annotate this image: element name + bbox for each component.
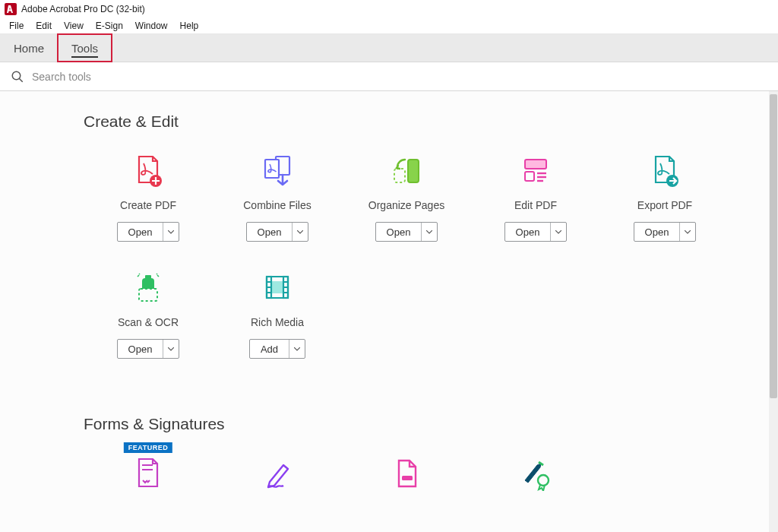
vertical-scrollbar[interactable] <box>769 91 778 532</box>
scan-ocr-icon <box>130 269 166 306</box>
tool-certificates[interactable] <box>471 454 600 502</box>
tool-export-pdf-label: Export PDF <box>637 199 692 211</box>
svg-line-1 <box>19 78 23 82</box>
request-signatures-icon <box>130 454 166 491</box>
create-pdf-icon <box>130 152 166 188</box>
window-title: Adobe Acrobat Pro DC (32-bit) <box>21 4 145 14</box>
svg-rect-21 <box>402 476 413 480</box>
rich-media-icon <box>259 269 296 306</box>
svg-rect-14 <box>145 275 151 280</box>
tool-organize-pages-button[interactable]: Open <box>375 222 438 242</box>
tool-prepare-form[interactable] <box>342 454 471 502</box>
menu-edit[interactable]: Edit <box>30 18 58 33</box>
svg-rect-6 <box>394 169 405 182</box>
menubar: File Edit View E-Sign Window Help <box>0 18 778 34</box>
tool-export-pdf-caret[interactable] <box>680 223 695 241</box>
featured-badge: FEATURED <box>124 442 172 453</box>
svg-rect-4 <box>265 160 279 178</box>
export-pdf-icon <box>647 152 683 188</box>
tool-rich-media-label: Rich Media <box>251 316 304 328</box>
tool-edit-pdf-button[interactable]: Open <box>504 222 568 242</box>
tool-rich-media-button[interactable]: Add <box>249 339 305 359</box>
tool-combine-files-button[interactable]: Open <box>246 222 309 242</box>
titlebar: Adobe Acrobat Pro DC (32-bit) <box>0 0 778 18</box>
tool-organize-pages-caret[interactable] <box>422 223 437 241</box>
tool-rich-media-action[interactable]: Add <box>250 340 289 358</box>
menu-file[interactable]: File <box>3 18 30 33</box>
searchbar <box>0 62 778 91</box>
organize-pages-icon <box>388 152 425 188</box>
tool-combine-files[interactable]: Combine Files Open <box>213 152 342 242</box>
menu-view[interactable]: View <box>58 18 90 33</box>
tool-create-pdf-button[interactable]: Open <box>117 222 180 242</box>
acrobat-app-icon <box>5 3 17 15</box>
tool-organize-pages-action[interactable]: Open <box>376 223 422 241</box>
search-input[interactable] <box>32 71 778 83</box>
tab-tools-label: Tools <box>71 42 98 55</box>
tool-combine-files-action[interactable]: Open <box>247 223 293 241</box>
svg-rect-13 <box>139 289 157 301</box>
tool-create-pdf-label: Create PDF <box>120 199 176 211</box>
fill-sign-icon <box>259 454 296 491</box>
tool-fill-sign[interactable] <box>213 454 342 502</box>
forms-signatures-grid: FEATURED <box>84 454 737 529</box>
tool-scan-ocr-button[interactable]: Open <box>117 339 180 359</box>
tool-export-pdf-action[interactable]: Open <box>634 223 681 241</box>
tool-edit-pdf-caret[interactable] <box>551 223 566 241</box>
tab-underline <box>71 56 98 58</box>
tool-organize-pages-label: Organize Pages <box>368 199 444 211</box>
content-viewport: Create & Edit Create PDF Open <box>0 91 778 532</box>
tab-home[interactable]: Home <box>0 34 58 62</box>
section-create-edit-title: Create & Edit <box>84 112 769 131</box>
combine-files-icon <box>259 152 296 188</box>
prepare-form-icon <box>388 454 425 491</box>
tool-export-pdf-button[interactable]: Open <box>634 222 697 242</box>
svg-point-22 <box>538 475 549 486</box>
tool-rich-media[interactable]: Rich Media Add <box>213 269 342 359</box>
menu-window[interactable]: Window <box>129 18 174 33</box>
tool-create-pdf-action[interactable]: Open <box>118 223 164 241</box>
tools-content: Create & Edit Create PDF Open <box>0 91 769 532</box>
tool-combine-files-caret[interactable] <box>293 223 308 241</box>
search-icon <box>11 70 24 84</box>
tool-edit-pdf-label: Edit PDF <box>514 199 557 211</box>
tool-scan-ocr-action[interactable]: Open <box>118 340 164 358</box>
tab-tools[interactable]: Tools <box>58 34 112 62</box>
svg-point-0 <box>12 71 21 80</box>
menu-help[interactable]: Help <box>174 18 205 33</box>
certificates-icon <box>517 454 554 491</box>
tool-export-pdf[interactable]: Export PDF Open <box>600 152 729 242</box>
svg-rect-7 <box>525 160 546 169</box>
section-forms-signatures-title: Forms & Signatures <box>84 415 769 433</box>
menu-esign[interactable]: E-Sign <box>90 18 129 33</box>
tool-request-signatures[interactable]: FEATURED <box>84 454 213 502</box>
tool-edit-pdf-action[interactable]: Open <box>505 223 552 241</box>
tabbar: Home Tools <box>0 34 778 62</box>
svg-rect-16 <box>271 281 283 293</box>
tool-rich-media-caret[interactable] <box>289 340 305 358</box>
tool-combine-files-label: Combine Files <box>243 199 311 211</box>
tab-home-label: Home <box>14 42 44 55</box>
svg-rect-5 <box>408 160 419 182</box>
tool-scan-ocr-label: Scan & OCR <box>118 316 179 328</box>
scrollbar-thumb[interactable] <box>770 94 777 398</box>
tool-create-pdf-caret[interactable] <box>163 223 179 241</box>
tool-organize-pages[interactable]: Organize Pages Open <box>342 152 471 242</box>
edit-pdf-icon <box>517 152 554 188</box>
tool-create-pdf[interactable]: Create PDF Open <box>84 152 213 242</box>
svg-rect-8 <box>525 172 534 181</box>
create-edit-grid: Create PDF Open Combine Files <box>84 152 737 386</box>
tool-scan-ocr[interactable]: Scan & OCR Open <box>84 269 213 359</box>
tool-edit-pdf[interactable]: Edit PDF Open <box>471 152 600 242</box>
tool-scan-ocr-caret[interactable] <box>163 340 179 358</box>
